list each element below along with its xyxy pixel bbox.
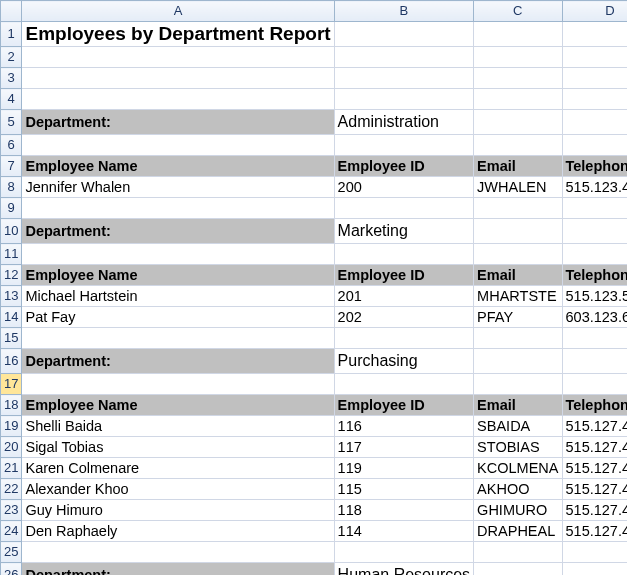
cell[interactable] xyxy=(334,47,474,68)
emp-email[interactable]: MHARTSTE xyxy=(474,286,562,307)
cell[interactable] xyxy=(334,135,474,156)
row-header[interactable]: 3 xyxy=(1,68,22,89)
row-header[interactable]: 23 xyxy=(1,500,22,521)
cell[interactable] xyxy=(22,89,334,110)
emp-email[interactable]: DRAPHEAL xyxy=(474,521,562,542)
emp-email[interactable]: GHIMURO xyxy=(474,500,562,521)
cell[interactable] xyxy=(562,219,627,244)
emp-id[interactable]: 119 xyxy=(334,458,474,479)
cell[interactable] xyxy=(562,22,627,47)
cell[interactable] xyxy=(562,328,627,349)
emp-name[interactable]: Pat Fay xyxy=(22,307,334,328)
cell[interactable] xyxy=(334,22,474,47)
emp-tel[interactable]: 515.123.4444 xyxy=(562,177,627,198)
cell[interactable] xyxy=(474,198,562,219)
department-label[interactable]: Department: xyxy=(22,110,334,135)
cell[interactable] xyxy=(22,244,334,265)
row-header[interactable]: 2 xyxy=(1,47,22,68)
col-header-C[interactable]: C xyxy=(474,1,562,22)
department-label[interactable]: Department: xyxy=(22,349,334,374)
cell[interactable] xyxy=(22,198,334,219)
cell[interactable] xyxy=(474,68,562,89)
row-header[interactable]: 10 xyxy=(1,219,22,244)
cell[interactable] xyxy=(562,349,627,374)
cell[interactable] xyxy=(474,110,562,135)
row-header[interactable]: 7 xyxy=(1,156,22,177)
cell[interactable] xyxy=(562,110,627,135)
row-header[interactable]: 12 xyxy=(1,265,22,286)
row-header[interactable]: 24 xyxy=(1,521,22,542)
department-label[interactable]: Department: xyxy=(22,563,334,576)
emp-name[interactable]: Karen Colmenare xyxy=(22,458,334,479)
cell[interactable] xyxy=(474,47,562,68)
cell[interactable] xyxy=(334,68,474,89)
cell[interactable] xyxy=(474,542,562,563)
emp-tel[interactable]: 515.127.4562 xyxy=(562,479,627,500)
emp-tel[interactable]: 515.127.4566 xyxy=(562,458,627,479)
emp-id[interactable]: 114 xyxy=(334,521,474,542)
row-header[interactable]: 13 xyxy=(1,286,22,307)
emp-name[interactable]: Guy Himuro xyxy=(22,500,334,521)
department-name[interactable]: Marketing xyxy=(334,219,474,244)
row-header[interactable]: 5 xyxy=(1,110,22,135)
cell[interactable] xyxy=(562,89,627,110)
cell[interactable] xyxy=(334,89,474,110)
row-header[interactable]: 14 xyxy=(1,307,22,328)
row-header[interactable]: 22 xyxy=(1,479,22,500)
emp-tel[interactable]: 515.127.4564 xyxy=(562,437,627,458)
department-name[interactable]: Purchasing xyxy=(334,349,474,374)
col-email[interactable]: Email xyxy=(474,265,562,286)
emp-id[interactable]: 115 xyxy=(334,479,474,500)
row-header[interactable]: 20 xyxy=(1,437,22,458)
cell[interactable] xyxy=(22,328,334,349)
cell[interactable] xyxy=(474,22,562,47)
emp-name[interactable]: Den Raphaely xyxy=(22,521,334,542)
emp-tel[interactable]: 603.123.6666 xyxy=(562,307,627,328)
col-id[interactable]: Employee ID xyxy=(334,265,474,286)
cell[interactable] xyxy=(334,542,474,563)
row-header[interactable]: 16 xyxy=(1,349,22,374)
row-header[interactable]: 15 xyxy=(1,328,22,349)
cell[interactable] xyxy=(562,374,627,395)
cell[interactable] xyxy=(334,374,474,395)
emp-name[interactable]: Sigal Tobias xyxy=(22,437,334,458)
col-header-D[interactable]: D xyxy=(562,1,627,22)
emp-id[interactable]: 117 xyxy=(334,437,474,458)
row-header[interactable]: 26 xyxy=(1,563,22,576)
cell[interactable] xyxy=(334,244,474,265)
emp-name[interactable]: Alexander Khoo xyxy=(22,479,334,500)
cell[interactable] xyxy=(334,198,474,219)
emp-tel[interactable]: 515.123.5555 xyxy=(562,286,627,307)
emp-email[interactable]: JWHALEN xyxy=(474,177,562,198)
row-header[interactable]: 19 xyxy=(1,416,22,437)
row-header[interactable]: 4 xyxy=(1,89,22,110)
col-tel[interactable]: Telephone xyxy=(562,395,627,416)
department-name[interactable]: Human Resources xyxy=(334,563,474,576)
emp-tel[interactable]: 515.127.4565 xyxy=(562,500,627,521)
emp-name[interactable]: Jennifer Whalen xyxy=(22,177,334,198)
corner-cell[interactable] xyxy=(1,1,22,22)
row-header[interactable]: 8 xyxy=(1,177,22,198)
emp-tel[interactable]: 515.127.4563 xyxy=(562,416,627,437)
cell[interactable] xyxy=(562,563,627,576)
report-title[interactable]: Employees by Department Report xyxy=(22,22,334,47)
emp-name[interactable]: Shelli Baida xyxy=(22,416,334,437)
emp-email[interactable]: AKHOO xyxy=(474,479,562,500)
cell[interactable] xyxy=(22,68,334,89)
col-email[interactable]: Email xyxy=(474,156,562,177)
cell[interactable] xyxy=(562,198,627,219)
spreadsheet[interactable]: A B C D F G 1 Employees by Department Re… xyxy=(0,0,627,575)
row-header[interactable]: 18 xyxy=(1,395,22,416)
col-header-B[interactable]: B xyxy=(334,1,474,22)
row-header[interactable]: 11 xyxy=(1,244,22,265)
emp-id[interactable]: 201 xyxy=(334,286,474,307)
cell[interactable] xyxy=(474,349,562,374)
department-name[interactable]: Administration xyxy=(334,110,474,135)
cell[interactable] xyxy=(562,244,627,265)
col-name[interactable]: Employee Name xyxy=(22,156,334,177)
emp-email[interactable]: PFAY xyxy=(474,307,562,328)
col-name[interactable]: Employee Name xyxy=(22,395,334,416)
cell[interactable] xyxy=(474,328,562,349)
cell[interactable] xyxy=(562,542,627,563)
col-name[interactable]: Employee Name xyxy=(22,265,334,286)
